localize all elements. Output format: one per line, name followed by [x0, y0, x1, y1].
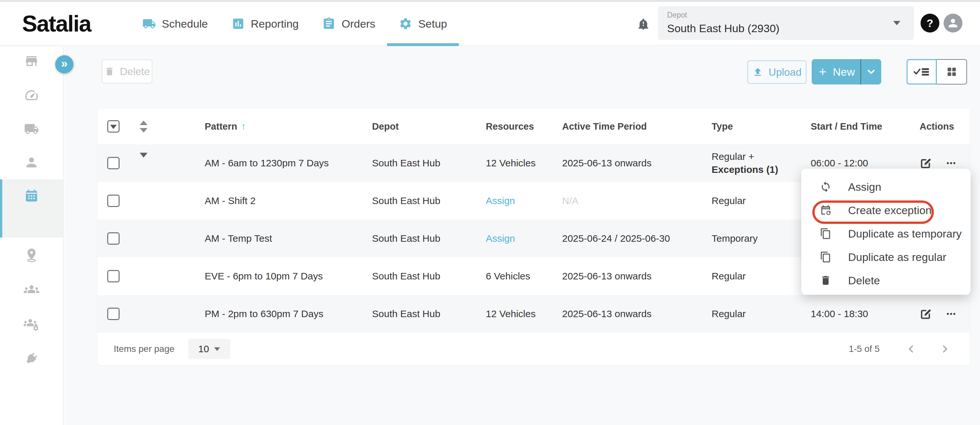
previous-page-button[interactable]: [905, 343, 917, 355]
main-content: Delete Upload New: [64, 47, 980, 425]
tab-setup[interactable]: Setup: [387, 2, 459, 46]
table-row[interactable]: PM - 2pm to 630pm 7 Days South East Hub …: [97, 295, 970, 333]
sidebar-item-depots[interactable]: [0, 48, 63, 74]
more-actions-icon[interactable]: [945, 158, 957, 169]
list-view-button[interactable]: [907, 59, 937, 84]
upload-button[interactable]: Upload: [747, 60, 807, 84]
main-nav: Schedule Reporting Orders Setup: [130, 2, 459, 46]
sidebar-item-shift-patterns[interactable]: [0, 183, 63, 209]
tab-reporting[interactable]: Reporting: [220, 2, 310, 46]
new-button-dropdown[interactable]: [861, 59, 881, 84]
column-header-pattern[interactable]: Pattern↑: [205, 121, 372, 132]
menu-item-label: Delete: [848, 274, 880, 287]
menu-item-duplicate-as-temporary[interactable]: Duplicate as temporary: [801, 222, 970, 245]
select-all-checkbox[interactable]: [107, 120, 119, 132]
column-header-resources[interactable]: Resources: [486, 121, 562, 132]
plus-icon: [817, 66, 828, 77]
resources-cell: 12 Vehicles: [486, 308, 562, 319]
sidebar-item-teams[interactable]: [0, 276, 63, 302]
menu-item-label: Duplicate as regular: [848, 251, 946, 264]
row-checkbox[interactable]: [107, 232, 119, 245]
depot-cell: South East Hub: [372, 195, 486, 206]
depot-selector[interactable]: Depot South East Hub (2930): [658, 6, 914, 40]
column-header-type[interactable]: Type: [712, 121, 811, 132]
tab-schedule[interactable]: Schedule: [130, 2, 220, 46]
column-header-active-time-period[interactable]: Active Time Period: [562, 121, 712, 132]
tab-label: Setup: [418, 18, 447, 30]
grid-icon: [945, 66, 958, 78]
active-period-cell: 2025-06-13 onwards: [562, 308, 712, 319]
grid-view-button[interactable]: [937, 59, 967, 84]
menu-item-delete[interactable]: Delete: [801, 269, 970, 292]
actions-cell: [920, 308, 970, 320]
new-button-label: New: [833, 66, 855, 78]
menu-item-assign[interactable]: Assign: [801, 175, 970, 199]
active-period-cell: 2025-06-24 / 2025-06-30: [562, 233, 712, 244]
person-icon: [947, 17, 959, 30]
assign-link[interactable]: Assign: [486, 195, 515, 206]
sidebar-item-drivers[interactable]: [0, 150, 63, 175]
menu-item-duplicate-as-regular[interactable]: Duplicate as regular: [801, 245, 970, 269]
new-button[interactable]: New: [812, 59, 861, 84]
sidebar-item-locations[interactable]: [0, 242, 63, 268]
checked-list-icon: [913, 66, 931, 78]
depot-selector-label: Depot: [667, 11, 914, 19]
sidebar-item-dashboard[interactable]: [0, 82, 63, 108]
copy-icon: [819, 228, 832, 239]
tab-label: Orders: [342, 18, 375, 30]
tab-label: Reporting: [251, 18, 299, 30]
time-cell: 14:00 - 18:30: [811, 308, 920, 319]
help-button[interactable]: ?: [921, 14, 939, 32]
more-actions-icon[interactable]: [945, 308, 957, 319]
sidebar-item-vehicles[interactable]: [0, 116, 63, 142]
edit-icon[interactable]: [920, 157, 932, 169]
depot-cell: South East Hub: [372, 271, 486, 282]
column-header-start-end-time[interactable]: Start / End Time: [811, 121, 920, 132]
table-paginator: Items per page 10 1-5 of 5: [97, 333, 970, 365]
truck-icon: [24, 121, 39, 137]
depot-selector-value: South East Hub (2930): [667, 22, 914, 35]
depot-cell: South East Hub: [372, 308, 486, 319]
pattern-cell: PM - 2pm to 630pm 7 Days: [205, 308, 372, 319]
expand-sidebar-button[interactable]: [55, 55, 73, 73]
next-page-button[interactable]: [939, 343, 950, 355]
active-period-cell: 2025-06-13 onwards: [562, 158, 712, 169]
expand-collapse-all-control[interactable]: [140, 121, 148, 132]
row-checkbox[interactable]: [107, 270, 119, 282]
user-avatar[interactable]: [943, 14, 963, 32]
help-glyph: ?: [927, 17, 934, 30]
row-expand-caret-icon[interactable]: [140, 153, 148, 168]
top-navigation-bar: Satalia Schedule Reporting Orders: [0, 2, 980, 46]
new-split-button: New: [812, 59, 881, 84]
left-sidebar: [0, 47, 64, 425]
items-per-page-value: 10: [198, 344, 209, 355]
chevron-down-icon: [865, 66, 877, 77]
time-cell: 06:00 - 12:00: [811, 158, 920, 169]
row-checkbox[interactable]: [107, 308, 119, 320]
depot-cell: South East Hub: [372, 233, 486, 244]
menu-item-create-exception[interactable]: Create exception: [801, 199, 970, 222]
sort-ascending-icon: ↑: [241, 121, 246, 132]
calendar-icon: [24, 188, 39, 204]
delete-button-toolbar[interactable]: Delete: [102, 59, 153, 83]
notification-bell-icon[interactable]: [637, 17, 650, 30]
bar-chart-icon: [231, 17, 245, 30]
column-header-depot[interactable]: Depot: [372, 121, 486, 132]
triangle-up-icon: [140, 121, 148, 125]
active-period-cell: 2025-06-13 onwards: [562, 271, 712, 282]
resources-cell: 12 Vehicles: [486, 158, 562, 169]
actions-cell: [920, 157, 970, 169]
edit-icon[interactable]: [920, 308, 932, 320]
plug-icon: [24, 351, 39, 366]
trash-icon: [819, 275, 832, 286]
tab-orders[interactable]: Orders: [310, 2, 387, 46]
sidebar-item-user-management[interactable]: [0, 311, 63, 337]
sidebar-item-integrations[interactable]: [0, 345, 63, 371]
type-cell: Temporary: [712, 232, 811, 245]
groups-settings-icon: [24, 316, 39, 332]
assign-link[interactable]: Assign: [486, 233, 515, 244]
items-per-page-select[interactable]: 10: [188, 339, 231, 359]
resources-cell: 6 Vehicles: [486, 271, 562, 282]
row-checkbox[interactable]: [107, 157, 119, 169]
row-checkbox[interactable]: [107, 195, 119, 207]
